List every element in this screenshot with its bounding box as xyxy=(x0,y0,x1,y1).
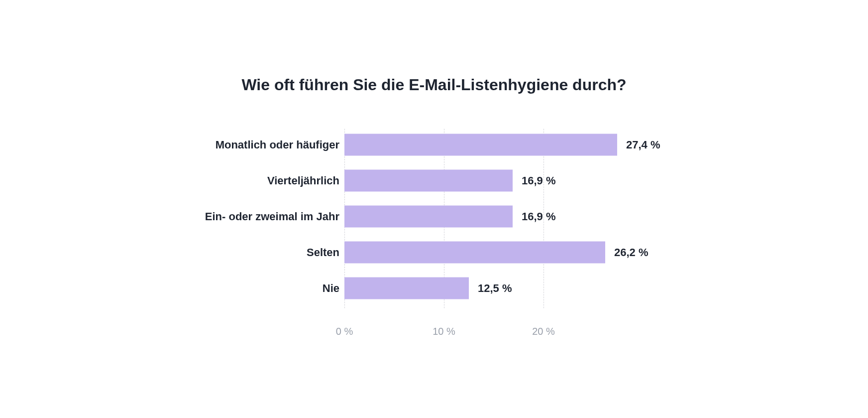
plot-area: Monatlich oder häufiger27,4 %Vierteljähr… xyxy=(185,129,683,343)
category-label: Nie xyxy=(323,281,339,294)
x-tick-label: 0 % xyxy=(336,325,353,337)
chart-row: Vierteljährlich16,9 % xyxy=(185,169,683,191)
category-label: Selten xyxy=(307,246,339,259)
value-label: 16,9 % xyxy=(522,210,556,223)
value-label: 27,4 % xyxy=(626,138,660,151)
category-label: Ein- oder zweimal im Jahr xyxy=(205,210,339,223)
bar xyxy=(344,134,617,155)
bar xyxy=(344,205,513,227)
value-label: 26,2 % xyxy=(614,246,649,259)
value-label: 16,9 % xyxy=(522,174,556,187)
bar xyxy=(344,241,605,263)
bar-chart: Wie oft führen Sie die E-Mail-Listenhygi… xyxy=(185,75,683,343)
chart-row: Nie12,5 % xyxy=(185,277,683,299)
bar xyxy=(344,169,513,191)
value-label: 12,5 % xyxy=(478,281,512,294)
chart-row: Selten26,2 % xyxy=(185,241,683,263)
category-label: Monatlich oder häufiger xyxy=(216,138,339,151)
x-tick-label: 10 % xyxy=(433,325,455,337)
chart-title: Wie oft führen Sie die E-Mail-Listenhygi… xyxy=(185,75,683,94)
chart-row: Monatlich oder häufiger27,4 % xyxy=(185,134,683,155)
category-label: Vierteljährlich xyxy=(267,174,339,187)
bar xyxy=(344,277,469,299)
chart-row: Ein- oder zweimal im Jahr16,9 % xyxy=(185,205,683,227)
x-tick-label: 20 % xyxy=(532,325,555,337)
